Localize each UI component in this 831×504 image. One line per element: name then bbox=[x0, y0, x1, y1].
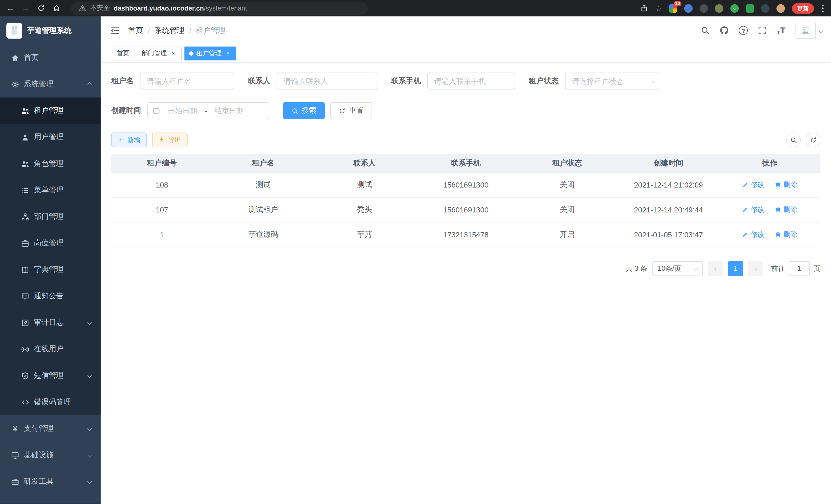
sidebar-item-payment[interactable]: 支付管理 bbox=[0, 415, 101, 442]
sidebar-item-post[interactable]: 岗位管理 bbox=[0, 230, 101, 256]
user-icon bbox=[21, 133, 29, 141]
sidebar-item-dept[interactable]: 部门管理 bbox=[0, 203, 101, 230]
extension-icon-4[interactable] bbox=[715, 4, 723, 12]
sidebar-item-home[interactable]: 首页 bbox=[0, 45, 101, 71]
sidebar-item-error-code[interactable]: 错误码管理 bbox=[0, 389, 101, 415]
sidebar-item-system[interactable]: 系统管理 bbox=[0, 71, 101, 97]
github-icon[interactable] bbox=[720, 26, 729, 35]
sidebar-item-notice[interactable]: 通知公告 bbox=[0, 283, 101, 309]
page-number-1[interactable]: 1 bbox=[728, 261, 743, 276]
home-icon[interactable] bbox=[52, 4, 60, 12]
breadcrumb-separator: / bbox=[189, 26, 191, 35]
tab-dept[interactable]: 部门管理 × bbox=[137, 46, 182, 60]
extension-icon-5[interactable] bbox=[730, 4, 739, 12]
sidebar-item-dict[interactable]: 字典管理 bbox=[0, 256, 101, 283]
chevron-down-icon bbox=[87, 320, 92, 325]
add-button[interactable]: 新增 bbox=[111, 132, 147, 147]
help-icon[interactable]: ? bbox=[739, 26, 748, 35]
extension-icon-6[interactable] bbox=[746, 4, 754, 12]
sidebar-item-label: 系统管理 bbox=[24, 79, 54, 89]
sidebar-item-tenant[interactable]: 租户管理 bbox=[0, 98, 101, 124]
cell-actions: 修改 删除 bbox=[719, 222, 820, 247]
date-range-picker[interactable]: - bbox=[147, 102, 269, 119]
search-icon[interactable] bbox=[701, 26, 710, 35]
sidebar-item-sms[interactable]: 短信管理 bbox=[0, 362, 101, 389]
sidebar-collapse-icon[interactable] bbox=[110, 26, 120, 35]
cell-id: 108 bbox=[111, 172, 212, 197]
pencil-icon bbox=[742, 181, 748, 188]
next-page-button[interactable]: › bbox=[748, 261, 763, 276]
forward-icon[interactable]: → bbox=[22, 4, 30, 12]
chrome-update-button[interactable]: 更新 bbox=[792, 3, 814, 13]
delete-link[interactable]: 删除 bbox=[775, 180, 797, 189]
contact-label: 联系人 bbox=[248, 76, 270, 86]
cell-name: 芋道源码 bbox=[212, 222, 314, 247]
sidebar-item-dev-tools[interactable]: 研发工具 bbox=[0, 468, 101, 495]
tab-label: 部门管理 bbox=[142, 49, 167, 58]
share-icon[interactable] bbox=[640, 4, 648, 12]
browser-menu-icon[interactable] bbox=[821, 3, 825, 13]
edit-link[interactable]: 修改 bbox=[742, 180, 765, 189]
edit-link[interactable]: 修改 bbox=[742, 230, 765, 239]
edit-link[interactable]: 修改 bbox=[742, 205, 765, 214]
tags-view: 首页 部门管理 × 租户管理 × bbox=[101, 45, 831, 62]
status-select[interactable] bbox=[565, 73, 660, 90]
font-size-icon[interactable]: TT bbox=[777, 26, 785, 35]
tenant-name-input[interactable] bbox=[140, 73, 234, 90]
sidebar-item-menu[interactable]: 菜单管理 bbox=[0, 177, 101, 203]
refresh-table-button[interactable] bbox=[806, 132, 821, 147]
sidebar-item-label: 在线用户 bbox=[34, 345, 64, 354]
sidebar-item-infra[interactable]: 基础设施 bbox=[0, 442, 101, 468]
end-date-input[interactable] bbox=[209, 107, 249, 115]
sidebar-item-user[interactable]: 用户管理 bbox=[0, 124, 101, 151]
start-date-input[interactable] bbox=[162, 107, 202, 115]
table-row: 108 测试 测试 15601691300 关闭 2021-12-14 21:0… bbox=[111, 172, 821, 197]
user-menu[interactable] bbox=[796, 23, 823, 38]
bookmark-star-icon[interactable]: ☆ bbox=[655, 4, 662, 12]
app-logo[interactable]: 芋道管理系统 bbox=[0, 17, 101, 45]
extension-icon-7[interactable] bbox=[761, 4, 770, 12]
contact-input[interactable] bbox=[277, 73, 377, 90]
export-button[interactable]: 导出 bbox=[152, 132, 188, 147]
pencil-icon bbox=[742, 231, 748, 238]
close-icon[interactable]: × bbox=[170, 50, 177, 57]
toggle-search-button[interactable] bbox=[786, 132, 801, 147]
sidebar-item-online-users[interactable]: 在线用户 bbox=[0, 336, 101, 362]
signal-icon bbox=[21, 345, 29, 353]
sidebar-item-role[interactable]: 角色管理 bbox=[0, 151, 101, 177]
tab-tenant[interactable]: 租户管理 × bbox=[184, 46, 236, 60]
tab-label: 租户管理 bbox=[196, 49, 222, 58]
toolbox-icon bbox=[11, 478, 19, 485]
address-bar[interactable]: 不安全 dashboard.yudao.iocoder.cn/system/te… bbox=[71, 2, 368, 14]
profile-avatar-icon[interactable] bbox=[776, 4, 785, 12]
tab-home[interactable]: 首页 bbox=[112, 46, 134, 60]
breadcrumb-system[interactable]: 系统管理 bbox=[155, 26, 184, 35]
extension-icon-3[interactable] bbox=[700, 4, 708, 12]
back-icon[interactable]: ← bbox=[6, 4, 15, 12]
delete-link[interactable]: 删除 bbox=[775, 205, 797, 214]
reload-icon[interactable] bbox=[37, 4, 45, 12]
delete-link[interactable]: 删除 bbox=[775, 230, 797, 239]
phone-input[interactable] bbox=[427, 73, 515, 90]
prev-page-button[interactable]: ‹ bbox=[708, 261, 723, 276]
close-icon[interactable]: × bbox=[224, 50, 231, 57]
breadcrumb-home[interactable]: 首页 bbox=[128, 26, 143, 35]
extension-icon-1[interactable]: 10 bbox=[669, 4, 677, 12]
app-title: 芋道管理系统 bbox=[27, 26, 71, 35]
extension-icon-2[interactable] bbox=[684, 4, 693, 12]
col-header-phone: 联系手机 bbox=[415, 154, 516, 172]
security-warning-icon[interactable] bbox=[78, 4, 86, 12]
chevron-down-icon bbox=[87, 479, 92, 484]
search-button[interactable]: 搜索 bbox=[283, 102, 325, 119]
cell-contact: 测试 bbox=[314, 172, 415, 197]
url-path: /system/tenant bbox=[204, 5, 247, 12]
sidebar-item-audit-log[interactable]: 审计日志 bbox=[0, 309, 101, 336]
cell-contact: 秃头 bbox=[314, 197, 415, 222]
reset-button[interactable]: 重置 bbox=[330, 102, 372, 119]
fullscreen-icon[interactable] bbox=[758, 26, 767, 35]
page-size-select[interactable]: 10条/页 bbox=[652, 261, 703, 276]
home-icon bbox=[11, 54, 19, 62]
calendar-icon bbox=[153, 107, 160, 115]
goto-page-input[interactable] bbox=[789, 261, 810, 276]
col-header-contact: 联系人 bbox=[314, 154, 415, 172]
